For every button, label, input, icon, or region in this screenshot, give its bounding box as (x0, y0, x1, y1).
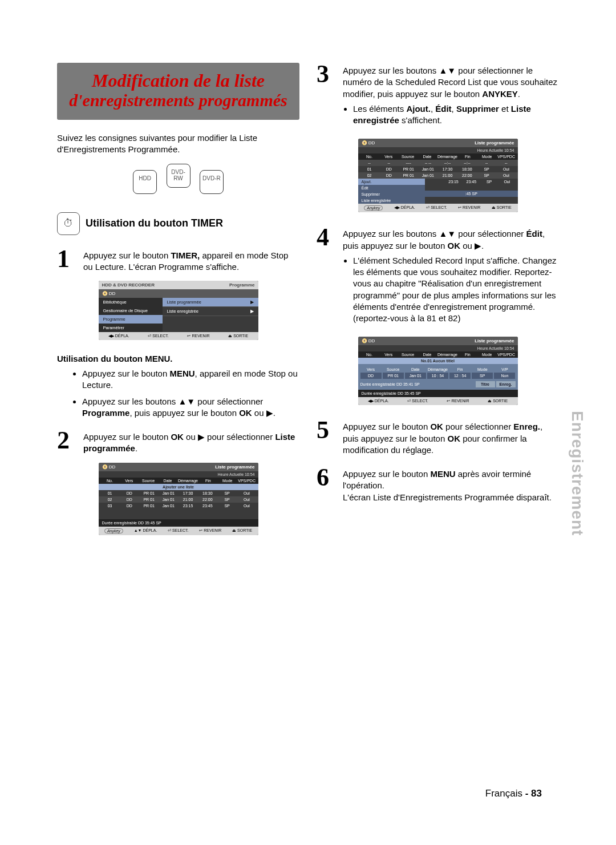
dvd-rw-icon: DVD-RW (167, 164, 191, 188)
menu-bullet-2: Appuyez sur les boutons ▲▼ pour sélectio… (82, 396, 299, 419)
enreg-button: Enreg. (496, 381, 516, 387)
osd-anykey-menu: 📀 DDListe programmée Heure Actuelle 10:5… (358, 139, 518, 212)
menu-liste-enregistree: Liste enregistrée▶ (163, 307, 258, 316)
page-footer: Français - 83 (485, 788, 542, 799)
add-list-row: Ajouter une liste (99, 484, 258, 490)
disc-icons: HDD DVD-RW DVD-R (57, 164, 299, 194)
ctx-liste-enreg: Liste enregistrée (358, 197, 425, 204)
osd-programme-menu: HDD & DVD RECORDERProgramme 📀 DD Bibliot… (99, 281, 258, 340)
table-row: 01DDPR 01Jan 0117:3018:30SPOui (99, 490, 258, 496)
table-row: 02DDPR 01Jan 0121:0022:00SPOui (99, 496, 258, 503)
step-3: 3 Appuyez sur les boutons ▲▼ pour sélect… (317, 63, 559, 131)
step-1: 1 Appuyez sur le bouton TIMER, appareil … (57, 248, 299, 273)
step-2-num: 2 (57, 429, 78, 455)
osd-liste-programmee: 📀 DDListe programmée Heure Actuelle 10:5… (99, 463, 258, 535)
ctx-edit: Édit (358, 185, 425, 191)
step-4-num: 4 (317, 226, 337, 329)
step-4: 4 Appuyez sur les boutons ▲▼ pour sélect… (317, 226, 559, 329)
section-tab: Enregistrement (568, 411, 586, 536)
hdd-icon: HDD (133, 170, 157, 194)
left-column: Modification de la liste d'enregistremen… (57, 63, 299, 549)
page-title: Modification de la liste d'enregistremen… (57, 63, 299, 120)
step-2-text: Appuyez sur le bouton OK ou ▶ pour sélec… (83, 429, 299, 455)
ctx-supprimer: Supprimer (358, 191, 425, 197)
step-6-num: 6 (317, 466, 337, 503)
menu-liste-programmee: Liste programmée▶ (163, 298, 258, 307)
titre-button: Titre (476, 381, 495, 387)
table-header: No.VersSourceDateDémarrageFinModeVPS/PDC (99, 478, 258, 484)
step-5-text: Appuyez sur le bouton OK pour sélectionn… (343, 419, 559, 456)
intro-text: Suivez les consignes suivantes pour modi… (57, 132, 299, 156)
menu-bullets: Appuyez sur le bouton MENU, appareil en … (57, 368, 299, 419)
dvd-r-icon: DVD-R (200, 170, 224, 194)
step-5-num: 5 (317, 419, 337, 456)
step-5: 5 Appuyez sur le bouton OK pour sélectio… (317, 419, 559, 456)
step-6-text: Appuyez sur le bouton MENU après avoir t… (343, 466, 559, 503)
step-4-text: Appuyez sur les boutons ▲▼ pour sélectio… (343, 226, 559, 329)
menu-gestionnaire: Gestionnaire de Disque (99, 306, 163, 315)
step-6: 6 Appuyez sur le bouton MENU après avoir… (317, 466, 559, 503)
menu-programme: Programme (99, 315, 163, 324)
menu-bibliotheque: Bibliothèque (99, 298, 163, 306)
step-3-num: 3 (317, 63, 337, 131)
menu-bullet-1: Appuyez sur le bouton MENU, appareil en … (82, 368, 299, 391)
title-line-2: d'enregistrements programmés (67, 91, 289, 110)
osd-edit-entry: 📀 DDListe programmée Heure Actuelle 10:5… (358, 337, 518, 405)
menu-parametrer: Paramétrer (99, 324, 163, 332)
ctx-ajout: Ajout. (358, 179, 425, 185)
step-1-num: 1 (57, 248, 78, 273)
step-3-text: Appuyez sur les boutons ▲▼ pour sélectio… (343, 63, 559, 131)
anykey-icon: Anykey (364, 205, 383, 211)
section-title: Utilisation du bouton TIMER (86, 217, 223, 229)
timer-icon: ⏱ (57, 212, 80, 235)
step-1-text: Appuyez sur le bouton TIMER, appareil en… (83, 248, 299, 273)
right-column: 3 Appuyez sur les boutons ▲▼ pour sélect… (317, 63, 559, 549)
table-row: 03DDPR 01Jan 0123:1523:45SPOui (99, 503, 258, 509)
step-2: 2 Appuyez sur le bouton OK ou ▶ pour sél… (57, 429, 299, 455)
menu-subhead: Utilisation du bouton MENU. (57, 354, 299, 363)
anykey-icon: Anykey (104, 528, 123, 533)
title-line-1: Modification de la liste (67, 71, 289, 91)
